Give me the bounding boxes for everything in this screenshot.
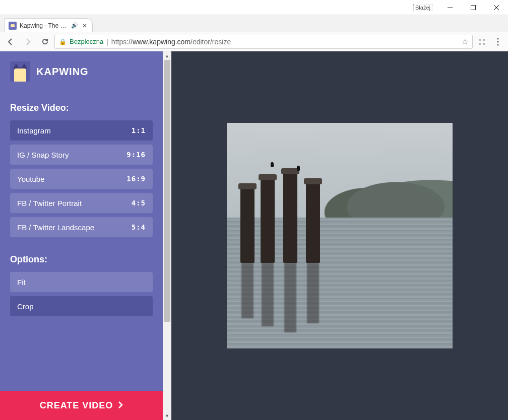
browser-menu-icon[interactable] <box>491 35 505 49</box>
scroll-up-icon[interactable]: ▲ <box>163 51 171 60</box>
window-titlebar: Błażej <box>0 0 508 15</box>
svg-rect-7 <box>483 43 485 45</box>
fit-option[interactable]: Fit <box>10 272 153 292</box>
svg-rect-4 <box>479 39 481 41</box>
tab-title: Kapwing - The Moder <box>20 22 68 29</box>
create-video-button[interactable]: CREATE VIDEO <box>0 391 163 420</box>
options-section-title: Options: <box>10 254 153 265</box>
scroll-down-icon[interactable]: ▼ <box>163 411 171 420</box>
nav-reload-button[interactable] <box>37 34 52 49</box>
window-close-button[interactable] <box>485 0 508 15</box>
browser-toolbar: 🔒 Bezpieczna | https://www.kapwing.com/e… <box>0 32 508 51</box>
fit-option-label: Crop <box>17 302 34 311</box>
scroll-thumb[interactable] <box>164 60 170 322</box>
nav-forward-button[interactable] <box>20 34 35 49</box>
address-scheme: https:// <box>111 38 133 46</box>
address-host: www.kapwing.com <box>133 38 190 46</box>
nav-back-button[interactable] <box>3 34 18 49</box>
create-video-label: CREATE VIDEO <box>40 400 113 411</box>
window-maximize-button[interactable] <box>462 0 485 15</box>
tab-favicon-icon <box>9 22 17 30</box>
bookmark-star-icon[interactable]: ☆ <box>462 37 468 46</box>
resize-option[interactable]: IG / Snap Story9:16 <box>10 145 153 165</box>
sidebar-scrollbar[interactable]: ▲ ▼ <box>163 51 171 420</box>
resize-option[interactable]: Instagram1:1 <box>10 120 153 141</box>
browser-tabstrip: Kapwing - The Moder 🔊 ✕ <box>0 15 508 32</box>
resize-option-label: IG / Snap Story <box>17 151 69 159</box>
tab-audio-icon[interactable]: 🔊 <box>71 22 78 29</box>
chevron-right-icon <box>118 400 123 411</box>
svg-point-9 <box>497 41 498 42</box>
secure-label: Bezpieczna <box>70 38 103 45</box>
resize-option-ratio: 16:9 <box>126 175 146 183</box>
editor-canvas <box>171 51 508 420</box>
brand-name: KAPWING <box>36 66 89 78</box>
svg-point-10 <box>497 44 498 45</box>
svg-rect-6 <box>479 43 481 45</box>
scroll-track[interactable] <box>163 60 171 411</box>
address-bar[interactable]: 🔒 Bezpieczna | https://www.kapwing.com/e… <box>54 35 473 49</box>
brand-logo-icon <box>10 61 30 82</box>
brand-row: KAPWING <box>10 61 153 82</box>
resize-option-label: FB / Twitter Portrait <box>17 199 82 207</box>
svg-rect-1 <box>471 5 476 10</box>
video-preview[interactable] <box>227 123 453 348</box>
browser-tab[interactable]: Kapwing - The Moder 🔊 ✕ <box>4 18 93 32</box>
fit-option[interactable]: Crop <box>10 296 153 316</box>
resize-option[interactable]: FB / Twitter Portrait4:5 <box>10 193 153 213</box>
fit-options-list: FitCrop <box>10 272 153 316</box>
extension-icon[interactable] <box>475 35 489 49</box>
window-username: Błażej <box>413 4 432 11</box>
resize-option-ratio: 4:5 <box>132 199 146 207</box>
page-content: KAPWING Resize Video: Instagram1:1IG / S… <box>0 51 508 420</box>
window-minimize-button[interactable] <box>438 0 462 15</box>
lock-icon: 🔒 <box>59 38 67 45</box>
editor-sidebar: KAPWING Resize Video: Instagram1:1IG / S… <box>0 51 163 420</box>
address-path: /editor/resize <box>190 38 231 46</box>
resize-options-list: Instagram1:1IG / Snap Story9:16Youtube16… <box>10 120 153 237</box>
resize-option-label: FB / Twitter Landscape <box>17 223 94 232</box>
svg-point-8 <box>497 38 498 39</box>
resize-option[interactable]: FB / Twitter Landscape5:4 <box>10 217 153 237</box>
tab-close-icon[interactable]: ✕ <box>81 22 88 29</box>
resize-option-label: Youtube <box>17 175 45 183</box>
address-separator: | <box>106 38 108 46</box>
resize-option-ratio: 1:1 <box>132 126 146 134</box>
resize-section-title: Resize Video: <box>10 103 153 113</box>
resize-option-ratio: 5:4 <box>132 223 146 231</box>
address-url: https://www.kapwing.com/editor/resize <box>111 38 231 46</box>
fit-option-label: Fit <box>17 278 26 287</box>
resize-option[interactable]: Youtube16:9 <box>10 169 153 189</box>
resize-option-ratio: 9:16 <box>126 151 146 159</box>
svg-rect-5 <box>483 39 485 41</box>
resize-option-label: Instagram <box>17 126 51 135</box>
